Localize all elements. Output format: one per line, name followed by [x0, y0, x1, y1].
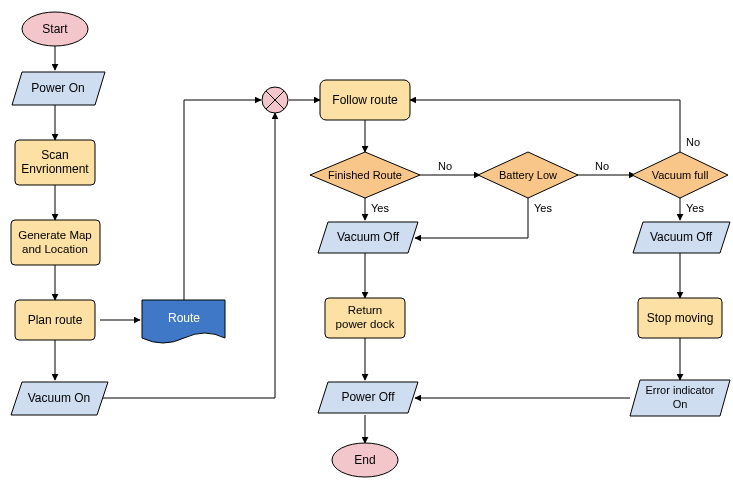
label-stop: Stop moving — [647, 311, 714, 325]
label-scan-l1: Scan — [41, 148, 68, 162]
flowchart-canvas: No Yes No Yes No Yes Start Power On Scan… — [0, 0, 733, 500]
label-end: End — [354, 453, 375, 467]
label-battery: Battery Low — [499, 169, 557, 181]
edge-vacon-sum — [100, 113, 275, 398]
label-power-off: Power Off — [341, 390, 395, 404]
label-finished: Finished Route — [328, 169, 402, 181]
label-err-l1: Error indicator — [645, 384, 714, 396]
label-vacfull: Vacuum full — [652, 169, 709, 181]
edge-route-sum — [184, 100, 261, 300]
label-vacoff-2: Vacuum Off — [650, 230, 713, 244]
edge-battery-vacoff1 — [415, 198, 528, 238]
label-power-on: Power On — [31, 81, 84, 95]
label-vacfull-no: No — [686, 136, 700, 148]
label-battery-no: No — [595, 160, 609, 172]
label-vacuum-on: Vacuum On — [28, 391, 90, 405]
label-start: Start — [42, 22, 68, 36]
label-plan: Plan route — [28, 313, 83, 327]
label-return-l1: Return — [348, 304, 383, 316]
label-route: Route — [168, 311, 200, 325]
label-battery-yes: Yes — [534, 202, 552, 214]
label-genmap-l1: Generate Map — [18, 229, 92, 241]
label-genmap-l2: and Location — [22, 243, 88, 255]
label-vacoff-1: Vacuum Off — [337, 230, 400, 244]
label-scan-l2: Envrionment — [21, 162, 89, 176]
label-return-l2: power dock — [336, 318, 395, 330]
label-follow: Follow route — [332, 93, 398, 107]
label-vacfull-yes: Yes — [686, 202, 704, 214]
label-err-l2: On — [673, 398, 688, 410]
node-sum-junction — [262, 87, 288, 113]
edge-vacfull-follow — [410, 100, 680, 152]
label-finished-yes: Yes — [371, 202, 389, 214]
label-finished-no: No — [438, 160, 452, 172]
